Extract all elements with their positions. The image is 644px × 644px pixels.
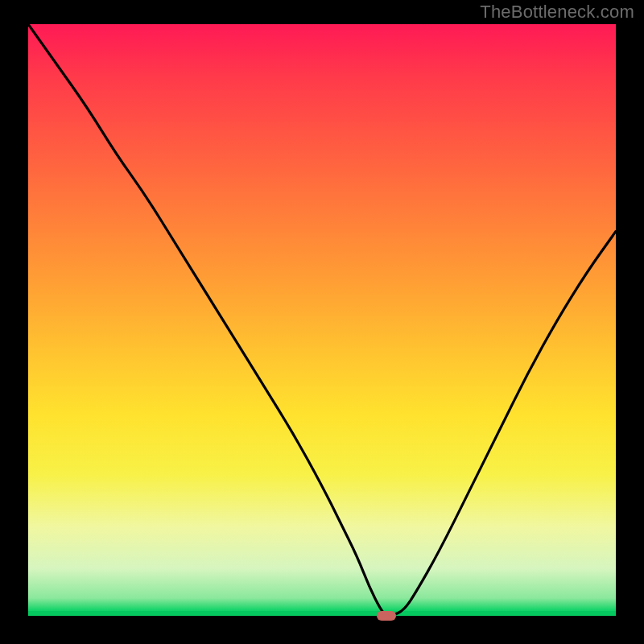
optimal-point-marker (377, 611, 396, 621)
bottleneck-curve (28, 24, 616, 616)
watermark-text: TheBottleneck.com (480, 2, 634, 23)
plot-area (28, 24, 616, 616)
chart-frame: TheBottleneck.com (0, 0, 644, 644)
bottleneck-curve-path (28, 24, 616, 616)
